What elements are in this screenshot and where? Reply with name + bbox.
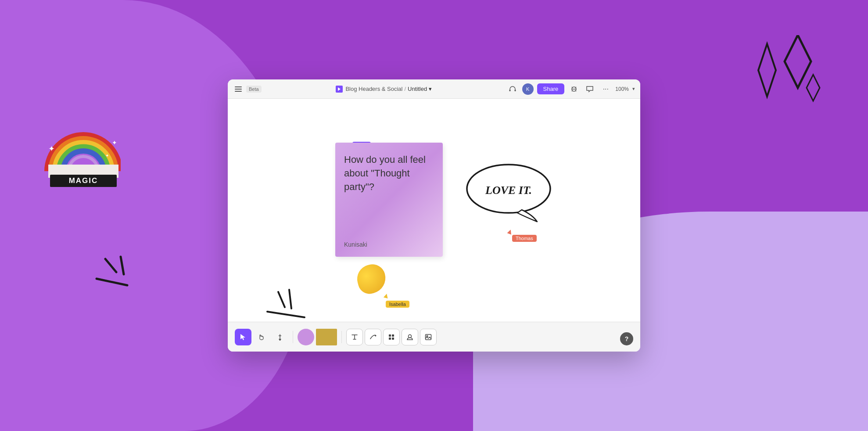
sticky-note-text: How do you all feel about "Thought party… <box>344 153 434 194</box>
svg-line-8 <box>121 257 124 274</box>
components-tool-button[interactable] <box>383 329 400 345</box>
stamp-tool-button[interactable] <box>402 329 418 345</box>
svg-text:✦: ✦ <box>48 144 55 153</box>
more-options-icon[interactable]: ··· <box>599 83 612 95</box>
svg-rect-30 <box>389 338 391 340</box>
app-window: Beta Blog Headers & Social / Untitled ▾ <box>228 79 640 352</box>
svg-line-21 <box>289 290 291 309</box>
svg-text:✦: ✦ <box>105 153 109 158</box>
help-button[interactable]: ? <box>620 332 633 345</box>
svg-rect-14 <box>509 90 510 91</box>
svg-marker-25 <box>279 339 281 341</box>
sticky-note-author: Kunisaki <box>344 241 434 248</box>
svg-rect-15 <box>514 90 516 91</box>
svg-line-9 <box>97 279 127 285</box>
image-tool-button[interactable] <box>420 329 437 345</box>
zoom-chevron-icon[interactable]: ▾ <box>632 86 635 92</box>
breadcrumb-project[interactable]: Blog Headers & Social <box>345 86 402 92</box>
shape-circle-preview[interactable] <box>298 329 314 345</box>
hand-tool-button[interactable] <box>253 329 270 345</box>
svg-marker-23 <box>240 334 245 340</box>
toolbar-left: Beta <box>233 84 262 94</box>
cursor-arrow-thomas <box>507 229 513 235</box>
connector-tool-button[interactable] <box>365 329 381 345</box>
toolbar-right: K Share ··· 100% ▾ <box>506 83 635 95</box>
breadcrumb-separator: / <box>404 86 406 92</box>
svg-rect-33 <box>426 334 431 340</box>
share-button[interactable]: Share <box>537 83 565 94</box>
page-chevron-icon: ▾ <box>429 86 432 92</box>
comment-icon[interactable] <box>584 83 596 95</box>
cursor-label-thomas: Thomas <box>512 235 537 242</box>
bug-icon[interactable] <box>568 83 580 95</box>
svg-point-32 <box>409 334 412 338</box>
svg-line-22 <box>267 312 305 317</box>
svg-line-20 <box>278 292 285 307</box>
svg-line-7 <box>105 259 116 272</box>
svg-point-34 <box>427 335 428 337</box>
canvas-area[interactable]: Hugo How do you all feel about "Thought … <box>228 99 640 322</box>
zoom-control[interactable]: 100% <box>615 86 629 92</box>
user-avatar[interactable]: K <box>522 83 534 95</box>
text-tool-button[interactable] <box>346 329 363 345</box>
beta-badge: Beta <box>246 86 262 93</box>
magic-sticker: MAGIC ✦ ✦ ✦ <box>44 123 121 190</box>
cursor-isabella: Isabella <box>384 294 388 298</box>
select-tool-button[interactable] <box>235 329 251 345</box>
love-bubble: LOVE IT. <box>465 162 552 219</box>
shape-rect-preview[interactable] <box>316 329 337 345</box>
svg-rect-28 <box>389 334 391 337</box>
svg-text:LOVE IT.: LOVE IT. <box>485 184 532 197</box>
svg-rect-31 <box>392 338 394 340</box>
page-name: Untitled <box>408 86 427 92</box>
yellow-sticker <box>354 262 389 297</box>
svg-marker-13 <box>338 87 341 91</box>
cursor-thomas: Thomas <box>508 230 512 234</box>
svg-marker-27 <box>375 334 377 337</box>
project-flag <box>336 86 343 93</box>
svg-rect-12 <box>235 91 242 92</box>
toolbar-separator-1 <box>293 331 293 343</box>
sticky-note[interactable]: How do you all feel about "Thought party… <box>335 143 443 257</box>
svg-text:✦: ✦ <box>112 139 117 146</box>
svg-rect-29 <box>392 334 394 337</box>
top-toolbar: Beta Blog Headers & Social / Untitled ▾ <box>228 79 640 99</box>
svg-rect-10 <box>235 86 242 87</box>
deco-dash-left <box>92 255 145 291</box>
bottom-toolbar: ? <box>228 322 640 352</box>
cursor-arrow-isabella <box>384 293 389 298</box>
scribble-lines <box>263 287 320 322</box>
toolbar-center: Blog Headers & Social / Untitled ▾ <box>265 86 503 93</box>
svg-rect-11 <box>235 89 242 90</box>
svg-text:MAGIC: MAGIC <box>69 176 98 185</box>
cursor-label-isabella: Isabella <box>386 301 409 308</box>
pen-tool-button[interactable] <box>272 329 288 345</box>
sparkle-top-right <box>754 35 824 116</box>
breadcrumb-page[interactable]: Untitled ▾ <box>408 86 432 92</box>
breadcrumb: Blog Headers & Social / Untitled ▾ <box>345 86 431 92</box>
toolbar-separator-2 <box>341 331 342 343</box>
audio-icon[interactable] <box>506 83 519 95</box>
menu-icon[interactable] <box>233 84 244 94</box>
